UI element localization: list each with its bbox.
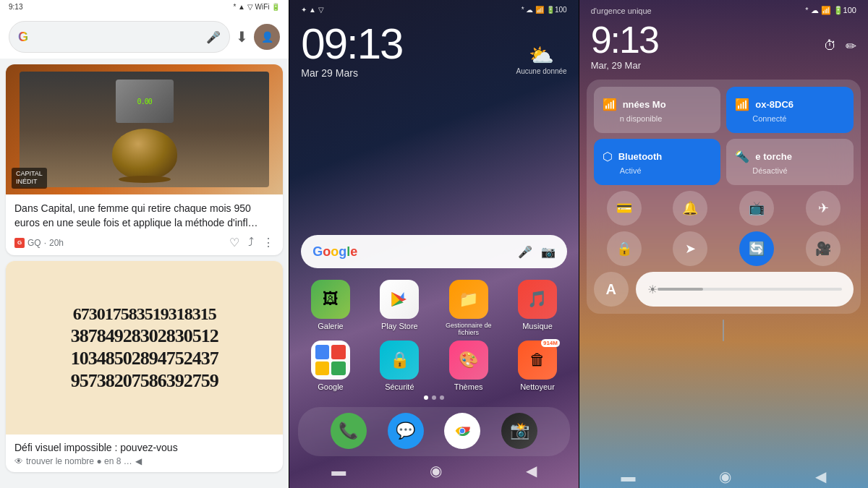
weather-label: Aucune donnée [516,67,567,75]
qs-card-icon[interactable]: 💳 [607,191,642,226]
source-name: CAPITAL [16,170,43,179]
app-google[interactable]: Google [298,341,362,391]
phone2-nav-bar: ▬ ◉ ◀ [289,456,578,482]
number-row-4: 95738207586392759 [71,369,218,392]
app-google-icon [311,341,350,380]
phone1-time: 9:13 [9,3,22,11]
phone2-status-icons-left: ✦ ▲ ▽ [301,6,323,14]
qs-a-button[interactable]: A [594,272,629,307]
app-google-label: Google [318,382,343,391]
dot-1 [424,395,428,400]
qs-brightness-icon: ☀ [647,283,658,296]
app-galerie[interactable]: 🖼 Galerie [298,280,362,336]
qs-row-icons-2: 🔒 ➤ 🔄 🎥 [594,231,854,266]
phone3-nav-back[interactable]: ◀ [815,468,826,485]
dock-chrome[interactable] [444,413,480,449]
app-playstore[interactable]: Play Store [367,280,432,336]
phone3-status-icons: * ☁ 📶 🔋100 [805,6,856,15]
feed-scroll: 0.00 CAPITAL INÉDIT Dans Capital, une fe… [0,59,289,488]
qs-lock-icon[interactable]: 🔒 [607,231,642,266]
source-label: INÉDIT [16,178,43,187]
more-button[interactable]: ⋮ [263,236,274,249]
qs-notification-icon[interactable]: 🔔 [673,191,707,226]
feed-card-numbers: 673017583519318315 38784928302830512 103… [6,261,283,472]
google-logo-icon: G [18,30,28,45]
back-icon: ◀ [135,456,142,466]
download-icon[interactable]: ⬇ [236,28,248,46]
dock-phone[interactable]: 📞 [331,413,367,449]
dock-messages[interactable]: 💬 [388,413,424,449]
qs-rotation-icon[interactable]: 🔄 [739,231,774,266]
app-themes[interactable]: 🎨 Thèmes [436,341,501,391]
share-button[interactable]: ⤴ [248,236,254,249]
app-music-icon: 🎵 [518,280,557,319]
avatar[interactable]: 👤 [254,24,280,50]
bluetooth-title: Bluetooth [618,151,663,162]
wifi-title: ox-8DC6 [755,99,793,110]
numbers-image: 673017583519318315 38784928302830512 103… [6,261,283,435]
phone2-status-icons-right: * ☁ 📶 🔋100 [522,6,567,14]
nav-circle[interactable]: ◉ [430,462,442,479]
qs-video-icon[interactable]: 🎥 [806,231,841,266]
app-music-label: Musique [522,322,553,330]
home-mic-icon[interactable]: 🎤 [518,245,532,259]
phone3-nav-circle[interactable]: ◉ [719,468,731,485]
qs-tile-torch[interactable]: 🔦 e torche Désactivé [726,139,854,185]
nav-back[interactable]: ◀ [526,462,537,479]
google-search-bar[interactable]: G 🎤 [9,21,230,53]
app-securite-icon: 🔒 [380,341,419,380]
app-securite[interactable]: 🔒 Sécurité [367,341,432,391]
qs-bottom-row: A ☀ [594,272,854,307]
svg-point-2 [460,429,465,434]
app-files-icon: 📁 [449,280,488,319]
dot-2 [432,395,436,400]
wifi-icon: 📶 [735,98,749,111]
qs-airplane-icon[interactable]: ✈ [806,191,841,226]
feed-card-capital: 0.00 CAPITAL INÉDIT Dans Capital, une fe… [6,64,283,255]
phone3-quick-settings: d'urgence unique * ☁ 📶 🔋100 9:13 Mar, 29… [579,0,868,488]
qs-screen-icon[interactable]: 📺 [739,191,774,226]
qs-brightness-slider[interactable]: ☀ [636,272,854,307]
qs-drag-handle [723,320,724,341]
weather-widget: ⛅ Aucune donnée [516,43,567,75]
like-button[interactable]: ♡ [229,236,239,249]
alarm-icon[interactable]: ⏱ [824,38,837,53]
qs-location-icon[interactable]: ➤ [673,231,707,266]
card-image-inner: 0.00 [20,72,269,187]
bluetooth-subtitle: Activé [603,166,712,175]
qs-tile-mobile-data[interactable]: 📶 nnées Mo n disponible [594,87,721,133]
home-search-bar[interactable]: Google 🎤 📷 [301,235,566,268]
meta-source: GQ [27,238,41,248]
phone3-status-bar: d'urgence unique * ☁ 📶 🔋100 [579,0,868,18]
bluetooth-icon: ⬡ [603,150,613,163]
phone1-header: G 🎤 ⬇ 👤 [0,14,289,59]
nav-square[interactable]: ▬ [331,463,346,479]
phone1-google-feed: 9:13 * ▲ ▽ WiFi 🔋 G 🎤 ⬇ 👤 0.00 [0,0,289,488]
phone3-time-block: 9:13 Mar, 29 Mar [591,21,658,71]
app-music[interactable]: 🎵 Musique [505,280,569,336]
dot-3 [440,395,444,400]
phone3-time: 9:13 [591,21,658,59]
home-lens-icon[interactable]: 📷 [541,245,556,259]
qs-panel: 📶 nnées Mo n disponible 📶 ox-8DC6 Connec… [587,80,861,314]
phone2-homescreen: ✦ ▲ ▽ * ☁ 📶 🔋100 09:13 Mar 29 Mars ⛅ Auc… [289,0,578,488]
phone3-nav-square[interactable]: ▬ [621,468,636,485]
app-nettoyeur[interactable]: 🗑 914M Nettoyeur [505,341,569,391]
numbers-card-content: Défi visuel impossible : pouvez-vous 👁 t… [6,435,283,472]
qs-tile-wifi[interactable]: 📶 ox-8DC6 Connecté [726,87,854,133]
dock-camera[interactable]: 📸 [501,413,537,449]
app-nettoyeur-label: Nettoyeur [520,382,555,391]
app-securite-label: Sécurité [385,382,414,391]
edit-icon[interactable]: ✏ [846,38,856,54]
card-meta-source: G GQ · 20h [14,238,64,248]
app-files[interactable]: 📁 Gestionnaire de fichiers [436,280,501,336]
card-image-capital: 0.00 CAPITAL INÉDIT [6,64,283,194]
mic-icon[interactable]: 🎤 [206,30,221,44]
torch-icon: 🔦 [735,150,749,163]
emergency-text: d'urgence unique [591,7,652,15]
app-galerie-label: Galerie [318,322,343,330]
number-row-3: 10348502894752437 [71,347,218,369]
meta-separator: · [44,238,46,248]
qs-tile-bluetooth[interactable]: ⬡ Bluetooth Activé [594,139,721,185]
apps-grid-row1: 🖼 Galerie Play Store 📁 Gestionnaire de f… [289,280,578,336]
